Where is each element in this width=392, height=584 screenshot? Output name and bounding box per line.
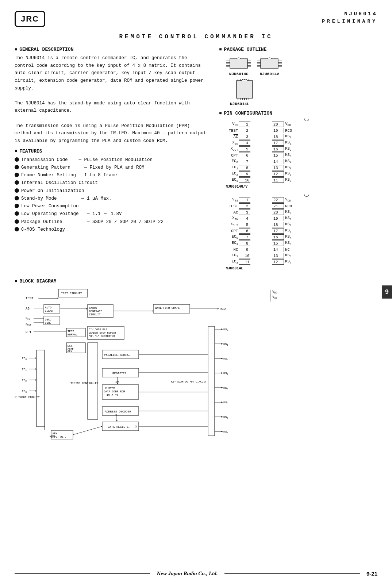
block-diagram-svg: VDD VSS TEST CIRCUIT TEST AG AUTO CLEAR	[15, 286, 376, 443]
svg-text:LEADER STOP REPEAT: LEADER STOP REPEAT	[89, 331, 116, 334]
chip-v-svg	[257, 55, 282, 70]
svg-text:TEST CIRCUIT: TEST CIRCUIT	[61, 292, 82, 295]
bullet-icon	[15, 227, 19, 231]
svg-text:KS2: KS2	[223, 357, 228, 361]
svg-text:CIRCUIT: CIRCUIT	[89, 313, 101, 316]
svg-text:OPT: OPT	[26, 330, 32, 334]
section-badge: 9	[382, 285, 392, 299]
feature-item: Package Outline — SSOP 20 / SOP 20 / SDI…	[15, 218, 208, 226]
svg-text:DIV CODE PLA: DIV CODE PLA	[89, 328, 107, 331]
status: PRELIMINARY	[322, 19, 377, 24]
svg-text:ADDRESS DECODER: ADDRESS DECODER	[105, 410, 131, 413]
main-content: GENERAL DESCRIPTION The NJU6014 is a rem…	[15, 47, 377, 275]
svg-text:EC1: EC1	[22, 368, 27, 372]
svg-text:CUSTOM: CUSTOM	[105, 387, 115, 390]
svg-text:16: 16	[115, 380, 119, 383]
svg-text:KS7: KS7	[223, 430, 228, 434]
right-column: PACKAGE OUTLINE	[219, 47, 377, 275]
svg-marker-149	[86, 308, 88, 310]
pkg-chip-g: NJU6014G	[226, 55, 251, 76]
general-desc-body: The NJU6014 is a remote control commande…	[15, 54, 208, 145]
svg-marker-106	[221, 387, 223, 388]
svg-text:XIN: XIN	[26, 316, 30, 320]
svg-text:AG: AG	[26, 307, 30, 311]
svg-text:GENERATE: GENERATE	[89, 310, 103, 313]
left-column: GENERAL DESCRIPTION The NJU6014 is a rem…	[15, 47, 208, 275]
svg-marker-96	[221, 372, 223, 374]
svg-marker-42	[57, 297, 58, 299]
pkg-outline-content: NJU6014G	[219, 55, 377, 270]
svg-text:RCO: RCO	[220, 307, 226, 311]
bullet-icon	[15, 180, 19, 185]
vdd-label: VDD	[272, 290, 277, 294]
svg-rect-141	[208, 326, 215, 436]
svg-text:"H","L" SEPARATOR: "H","L" SEPARATOR	[89, 335, 115, 338]
block-diagram-section: BLOCK DIAGRAM VDD VSS TEST CIRCUIT TEST …	[15, 278, 377, 445]
svg-text:KS3: KS3	[223, 372, 228, 376]
svg-marker-58	[218, 308, 219, 310]
bullet-icon	[15, 219, 19, 224]
bullet-icon	[15, 211, 19, 216]
svg-marker-88	[221, 343, 223, 345]
svg-text:TEST: TEST	[68, 330, 74, 333]
feature-item: Power On Initialization	[15, 187, 208, 195]
chip-l-label: NJU6014L	[230, 102, 377, 106]
footer-company: New Japan Radio Co., Ltd.	[150, 570, 224, 577]
svg-text:EC0: EC0	[22, 357, 27, 361]
bullet-icon	[15, 196, 19, 200]
footer-line-left	[15, 573, 150, 574]
svg-marker-117	[116, 420, 118, 422]
svg-rect-82	[88, 343, 98, 419]
svg-text:KEY INPUT CIRCUIT: KEY INPUT CIRCUIT	[15, 396, 40, 399]
features-list: Transmission Code — Pulse Position Modul…	[15, 156, 208, 234]
pin-config-heading: PIN CONFIGURATION	[219, 111, 377, 116]
general-desc-heading: GENERAL DESCRIPTION	[15, 47, 208, 52]
chip-g-svg	[226, 55, 251, 70]
block-diagram-content: VDD VSS TEST CIRCUIT TEST AG AUTO CLEAR	[15, 286, 377, 445]
svg-marker-77	[221, 328, 223, 330]
svg-marker-55	[152, 310, 153, 312]
chip-v-label: NJU6014V	[257, 72, 282, 76]
header: JRC NJU6014 PRELIMINARY	[15, 11, 377, 27]
page-title: REMOTE CONTROL COMMANDER IC	[15, 34, 377, 40]
header-right: NJU6014 PRELIMINARY	[322, 11, 377, 24]
svg-text:16 X 40: 16 X 40	[107, 393, 118, 396]
svg-marker-114	[221, 416, 223, 418]
feature-item: Generating Pattern — Fixed by PLA and RO…	[15, 164, 208, 172]
feature-item: Transmission Code — Pulse Position Modul…	[15, 156, 208, 164]
svg-text:KEY: KEY	[50, 435, 55, 438]
svg-text:CLEAR: CLEAR	[45, 310, 53, 312]
svg-text:3: 3	[135, 425, 137, 428]
svg-text:DATA CODE ROM: DATA CODE ROM	[104, 390, 125, 393]
svg-marker-91	[221, 358, 223, 359]
svg-text:PARALLEL-SERIAL: PARALLEL-SERIAL	[104, 353, 130, 357]
svg-text:DATA REGISTER: DATA REGISTER	[108, 425, 131, 429]
bullet-icon	[15, 204, 19, 208]
block-diagram-heading: BLOCK DIAGRAM	[15, 278, 377, 284]
svg-text:EXT.: EXT.	[68, 345, 74, 347]
svg-rect-11	[261, 59, 278, 68]
svg-text:KS1: KS1	[223, 342, 228, 346]
svg-text:KS6: KS6	[223, 415, 228, 419]
feature-item: Low Power Consumption	[15, 203, 208, 210]
svg-marker-99	[117, 383, 118, 384]
feature-item: Frame Number Setting — 1 to 8 frame	[15, 172, 208, 179]
svg-text:NORMAL: NORMAL	[68, 333, 78, 336]
bullet-icon	[15, 165, 19, 169]
pin-name: VDD	[284, 122, 291, 127]
bullet-icon	[15, 188, 19, 193]
pkg-outline-heading: PACKAGE OUTLINE	[219, 47, 377, 52]
svg-rect-0	[230, 59, 247, 68]
pkg-chip-v: NJU6014V	[257, 55, 282, 76]
svg-text:KS5: KS5	[223, 401, 228, 405]
svg-text:REGISTER: REGISTER	[112, 372, 127, 375]
chip-l-svg	[230, 79, 259, 100]
svg-marker-109	[221, 402, 223, 403]
vss-label: VSS	[272, 295, 277, 299]
svg-text:CIR.: CIR.	[45, 322, 51, 324]
svg-text:KEY SCAN OUTPUT CIRCUIT: KEY SCAN OUTPUT CIRCUIT	[171, 380, 207, 383]
feature-item: Low Operating Voltage — 1.1 ～ 1.8V	[15, 210, 208, 218]
footer-page: 9-21	[366, 570, 377, 577]
svg-text:TEST: TEST	[26, 297, 34, 300]
features-heading: FEATURES	[15, 149, 208, 154]
